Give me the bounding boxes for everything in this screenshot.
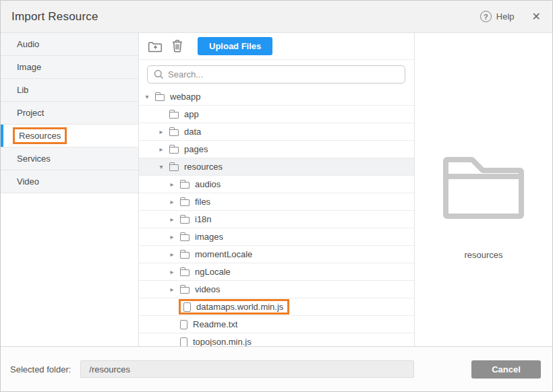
tree-item-label: ngLocale — [195, 267, 231, 277]
chevron-right-icon[interactable]: ▸ — [168, 216, 176, 223]
sidebar-item-audio[interactable]: Audio — [1, 33, 138, 56]
tree-row[interactable]: ▾resources — [139, 158, 414, 176]
tree-item-label: videos — [195, 284, 221, 294]
sidebar-item-label: Project — [17, 108, 44, 118]
selected-folder-label: Selected folder: — [10, 364, 71, 374]
selected-folder-input[interactable] — [80, 360, 414, 378]
dialog-body: AudioImageLibProjectResourcesServicesVid… — [1, 33, 552, 346]
folder-icon — [169, 164, 179, 171]
sidebar-item-video[interactable]: Video — [1, 170, 138, 193]
tree-row[interactable]: ▸pages — [139, 141, 414, 158]
folder-icon — [180, 287, 190, 294]
upload-files-button[interactable]: Upload Files — [198, 37, 272, 55]
chevron-right-icon[interactable]: ▸ — [168, 233, 176, 240]
sidebar-item-label: Image — [17, 62, 41, 72]
tree-item-label: audios — [195, 179, 221, 189]
tree-item-label: topojson.min.js — [193, 337, 252, 346]
tree-item-label: webapp — [170, 92, 201, 102]
file-icon — [180, 320, 187, 329]
tree-row[interactable]: ▸audios — [139, 176, 414, 193]
file-icon — [183, 302, 191, 312]
header-actions: ? Help ✕ — [480, 11, 541, 22]
tree-row[interactable]: ▸momentLocale — [139, 246, 414, 263]
preview-panel: resources — [415, 33, 552, 346]
tree-row[interactable]: ▸ngLocale — [139, 263, 414, 281]
file-icon — [180, 337, 187, 347]
cancel-button[interactable]: Cancel — [471, 360, 541, 379]
sidebar-item-image[interactable]: Image — [1, 56, 138, 79]
sidebar-item-label: Lib — [17, 85, 28, 95]
chevron-right-icon[interactable]: ▸ — [168, 251, 176, 258]
tree-item-label: images — [195, 232, 223, 242]
tree-row[interactable]: ▸data — [139, 123, 414, 141]
tree-row[interactable]: ▸i18n — [139, 211, 414, 228]
chevron-right-icon[interactable]: ▸ — [157, 145, 165, 153]
file-tree: ▾webapp▾app▸data▸pages▾resources▸audios▸… — [139, 88, 414, 346]
sidebar-item-services[interactable]: Services — [1, 148, 138, 170]
tree-item-label: data — [184, 127, 201, 137]
folder-icon — [180, 199, 190, 206]
folder-icon — [169, 129, 179, 136]
tree-row[interactable]: ▸videos — [139, 281, 414, 298]
tree-item-label: files — [195, 197, 210, 207]
close-icon[interactable]: ✕ — [532, 11, 541, 22]
tree-row[interactable]: ▾Readme.txt — [139, 316, 414, 333]
folder-icon — [169, 112, 179, 119]
dialog-title: Import Resource — [11, 10, 98, 24]
chevron-right-icon[interactable]: ▸ — [168, 181, 176, 188]
sidebar-item-project[interactable]: Project — [1, 102, 138, 125]
sidebar-item-label: Resources — [13, 127, 67, 144]
help-link[interactable]: Help — [496, 11, 515, 22]
tree-row[interactable]: ▸images — [139, 228, 414, 246]
dialog-footer: Selected folder: Cancel — [1, 346, 552, 391]
tree-row[interactable]: ▾datamaps.world.min.js — [139, 298, 414, 316]
tree-item-label: pages — [184, 144, 208, 154]
chevron-right-icon[interactable]: ▸ — [168, 268, 176, 275]
chevron-right-icon[interactable]: ▸ — [157, 128, 165, 135]
sidebar-item-label: Audio — [17, 39, 39, 49]
sidebar-item-label: Services — [17, 154, 51, 164]
main-panel: Upload Files ▾webapp▾app▸data▸pages▾reso… — [139, 33, 415, 346]
tree-row[interactable]: ▾app — [139, 106, 414, 123]
tree-item-label: Readme.txt — [193, 319, 237, 329]
folder-icon — [180, 217, 190, 224]
sidebar-item-resources[interactable]: Resources — [1, 125, 138, 148]
trash-icon[interactable] — [170, 39, 185, 54]
search-input[interactable] — [147, 65, 405, 84]
toolbar: Upload Files — [139, 33, 414, 60]
folder-icon — [180, 182, 190, 189]
chevron-down-icon[interactable]: ▾ — [157, 163, 165, 170]
tree-row[interactable]: ▾webapp — [139, 88, 414, 106]
sidebar-item-label: Video — [17, 176, 39, 187]
tree-item-label: app — [184, 109, 199, 119]
chevron-down-icon[interactable]: ▾ — [143, 93, 151, 100]
large-folder-icon — [442, 154, 525, 222]
preview-folder-label: resources — [464, 250, 502, 260]
tree-row[interactable]: ▾topojson.min.js — [139, 333, 414, 346]
tree-row[interactable]: ▸files — [139, 193, 414, 211]
import-resource-dialog: Import Resource ? Help ✕ AudioImageLibPr… — [0, 0, 553, 392]
tree-item-label: i18n — [195, 214, 212, 224]
new-folder-icon[interactable] — [148, 39, 163, 54]
tree-item-label: resources — [184, 162, 223, 172]
help-icon[interactable]: ? — [480, 11, 492, 22]
dialog-header: Import Resource ? Help ✕ — [1, 1, 552, 33]
chevron-right-icon[interactable]: ▸ — [168, 198, 176, 205]
folder-icon — [180, 269, 190, 276]
folder-icon — [180, 234, 190, 241]
annotation-highlight: datamaps.world.min.js — [179, 299, 289, 315]
tree-item-label: datamaps.world.min.js — [196, 302, 283, 312]
folder-icon — [180, 252, 190, 259]
search-row — [139, 60, 414, 88]
chevron-right-icon[interactable]: ▸ — [168, 286, 176, 293]
folder-icon — [169, 147, 179, 154]
sidebar: AudioImageLibProjectResourcesServicesVid… — [1, 33, 139, 346]
folder-icon — [155, 94, 165, 101]
tree-item-label: momentLocale — [195, 249, 252, 259]
sidebar-item-lib[interactable]: Lib — [1, 79, 138, 102]
